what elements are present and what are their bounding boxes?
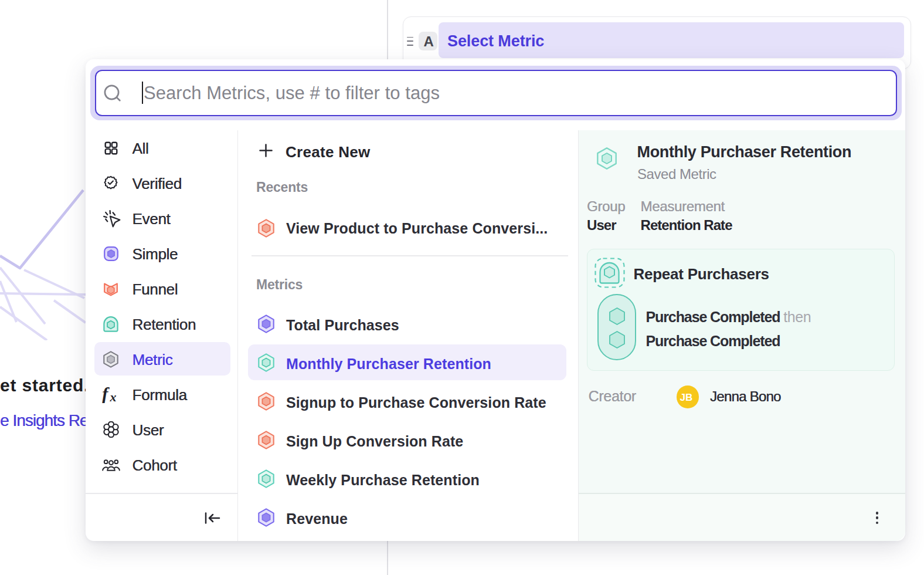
svg-text:x: x bbox=[110, 390, 117, 404]
svg-text:f: f bbox=[102, 386, 110, 403]
